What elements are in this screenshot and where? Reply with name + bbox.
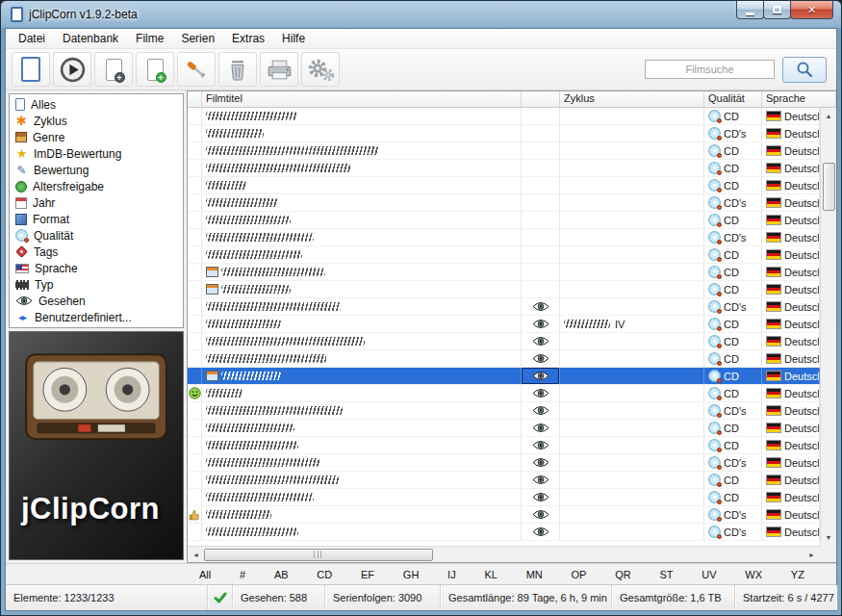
maximize-button[interactable] bbox=[763, 1, 791, 19]
sidebar-item-genre[interactable]: Genre bbox=[10, 129, 183, 145]
quality-cell: CD bbox=[704, 420, 762, 436]
alpha-filter-all[interactable]: All bbox=[196, 568, 214, 581]
vertical-scrollbar[interactable]: ▲ ▼ bbox=[820, 108, 836, 546]
table-row[interactable]: CDDeutsch bbox=[188, 385, 820, 402]
scroll-left-button[interactable]: ◄ bbox=[188, 547, 204, 563]
table-row[interactable]: CD'sDeutsch bbox=[188, 229, 820, 246]
thumbs-up-icon bbox=[189, 509, 200, 521]
add-movie-button[interactable]: + bbox=[94, 52, 133, 87]
table-row[interactable]: CDDeutsch bbox=[188, 108, 820, 125]
table-row[interactable]: CD'sDeutsch bbox=[188, 402, 820, 420]
close-button[interactable]: ✕ bbox=[790, 1, 833, 19]
sidebar-item-gesehen[interactable]: Gesehen bbox=[10, 293, 183, 309]
alpha-filter-gh[interactable]: GH bbox=[400, 568, 422, 581]
table-row[interactable]: CDDeutsch bbox=[188, 142, 820, 160]
movie-title-cell bbox=[202, 524, 522, 540]
search-input[interactable] bbox=[645, 60, 775, 79]
alpha-filter-mn[interactable]: MN bbox=[523, 568, 546, 581]
sidebar-item-format[interactable]: Format bbox=[10, 211, 183, 227]
sidebar-item-altersfreigabe[interactable]: Altersfreigabe bbox=[10, 178, 183, 194]
sidebar-item-label: Bewertung bbox=[34, 164, 89, 177]
scroll-right-button[interactable]: ► bbox=[804, 547, 820, 563]
table-row[interactable]: CDDeutsch bbox=[188, 437, 820, 454]
vertical-scroll-thumb[interactable] bbox=[823, 163, 835, 211]
menu-item-hilfe[interactable]: Hilfe bbox=[273, 30, 314, 47]
table-row[interactable]: CDDeutsch bbox=[188, 368, 820, 385]
sidebar-item-bewertung[interactable]: ✎Bewertung bbox=[10, 162, 183, 178]
alpha-filter-qr[interactable]: QR bbox=[612, 568, 634, 581]
new-database-button[interactable] bbox=[12, 52, 50, 87]
menu-item-serien[interactable]: Serien bbox=[172, 30, 223, 47]
export-button[interactable] bbox=[260, 52, 298, 87]
table-row[interactable]: CDDeutsch bbox=[188, 350, 820, 368]
sidebar-item-sprache[interactable]: Sprache bbox=[10, 260, 183, 276]
table-row[interactable]: CDDeutsch bbox=[188, 212, 820, 229]
column-header-col0[interactable] bbox=[188, 91, 202, 108]
table-row[interactable]: CD'sDeutsch bbox=[188, 194, 820, 212]
table-row[interactable]: IVCDDeutsch bbox=[188, 316, 820, 333]
table-row[interactable]: CDDeutsch bbox=[188, 472, 820, 489]
sidebar-item-qualität[interactable]: Qualität bbox=[10, 227, 183, 244]
menu-item-datenbank[interactable]: Datenbank bbox=[54, 30, 127, 47]
play-button[interactable] bbox=[53, 52, 91, 87]
zyklus-cell bbox=[560, 385, 704, 401]
minimize-button[interactable] bbox=[736, 1, 764, 19]
column-header-col2[interactable] bbox=[522, 91, 560, 108]
sidebar-item-tags[interactable]: Tags bbox=[10, 244, 183, 260]
alpha-filter-yz[interactable]: YZ bbox=[788, 568, 807, 581]
scroll-up-button[interactable]: ▲ bbox=[821, 108, 837, 124]
table-row[interactable]: CD'sDeutsch bbox=[188, 298, 820, 316]
table-row[interactable]: CDDeutsch bbox=[188, 264, 820, 281]
table-row[interactable]: CD'sDeutsch bbox=[188, 506, 820, 524]
sidebar-item-imdb-bewertung[interactable]: ★ImDB-Bewertung bbox=[10, 145, 183, 162]
alpha-filter-[interactable]: # bbox=[237, 568, 248, 581]
alpha-filter-cd[interactable]: CD bbox=[314, 568, 335, 581]
scroll-down-button[interactable]: ▼ bbox=[821, 529, 837, 546]
column-header-filmtitel[interactable]: Filmtitel bbox=[202, 91, 522, 108]
tools-button[interactable] bbox=[177, 52, 216, 87]
movie-title-cell bbox=[202, 472, 522, 488]
sidebar-item-zyklus[interactable]: ✱Zyklus bbox=[10, 113, 183, 129]
add-series-button[interactable]: + bbox=[136, 52, 174, 87]
column-header-zyklus[interactable]: Zyklus bbox=[560, 91, 704, 108]
alpha-filter-st[interactable]: ST bbox=[656, 568, 676, 581]
table-row[interactable]: CDDeutsch bbox=[188, 489, 820, 506]
horizontal-scroll-thumb[interactable] bbox=[204, 549, 433, 561]
column-header-qualität[interactable]: Qualität bbox=[704, 91, 762, 108]
sidebar-item-jahr[interactable]: Jahr bbox=[10, 194, 183, 211]
horizontal-scrollbar[interactable]: ◄ ► bbox=[188, 546, 820, 562]
search-button[interactable] bbox=[782, 57, 827, 83]
settings-button[interactable] bbox=[301, 52, 340, 87]
alpha-filter-ij[interactable]: IJ bbox=[445, 568, 459, 581]
sidebar-item-alles[interactable]: Alles bbox=[10, 96, 183, 113]
table-row[interactable]: CDDeutsch bbox=[188, 420, 820, 437]
status-check bbox=[208, 585, 233, 610]
sidebar-item-benutzerdefiniert[interactable]: ◂▸Benutzerdefiniert... bbox=[10, 309, 183, 325]
german-flag-icon bbox=[766, 457, 781, 468]
table-row[interactable]: CDDeutsch bbox=[188, 160, 820, 177]
delete-button[interactable] bbox=[218, 52, 257, 87]
menu-item-filme[interactable]: Filme bbox=[127, 30, 172, 47]
alpha-filter-ef[interactable]: EF bbox=[358, 568, 377, 581]
zyklus-cell bbox=[560, 333, 704, 349]
table-row[interactable]: CDDeutsch bbox=[188, 333, 820, 350]
table-row[interactable]: CD'sDeutsch bbox=[188, 524, 820, 541]
table-row[interactable]: CDDeutsch bbox=[188, 281, 820, 298]
column-header-sprache[interactable]: Sprache bbox=[762, 91, 836, 108]
language-cell: Deutsch bbox=[762, 454, 820, 471]
table-row[interactable]: CD'sDeutsch bbox=[188, 454, 820, 472]
alpha-filter-uv[interactable]: UV bbox=[699, 568, 719, 581]
sidebar-item-typ[interactable]: Typ bbox=[10, 276, 183, 293]
table-row[interactable]: CDDeutsch bbox=[188, 246, 820, 264]
alpha-filter-kl[interactable]: KL bbox=[481, 568, 499, 581]
table-row[interactable]: CD'sDeutsch bbox=[188, 125, 820, 142]
table-row[interactable]: CDDeutsch bbox=[188, 177, 820, 194]
alpha-filter-ab[interactable]: AB bbox=[271, 568, 292, 581]
menu-item-datei[interactable]: Datei bbox=[10, 30, 54, 47]
language-cell: Deutsch bbox=[762, 489, 820, 505]
menu-item-extras[interactable]: Extras bbox=[223, 30, 273, 47]
alpha-filter-op[interactable]: OP bbox=[569, 568, 590, 581]
illegible-title-scribble bbox=[206, 406, 343, 415]
alpha-filter-wx[interactable]: WX bbox=[742, 568, 765, 581]
sidebar-item-label: Benutzerdefiniert... bbox=[35, 311, 132, 324]
